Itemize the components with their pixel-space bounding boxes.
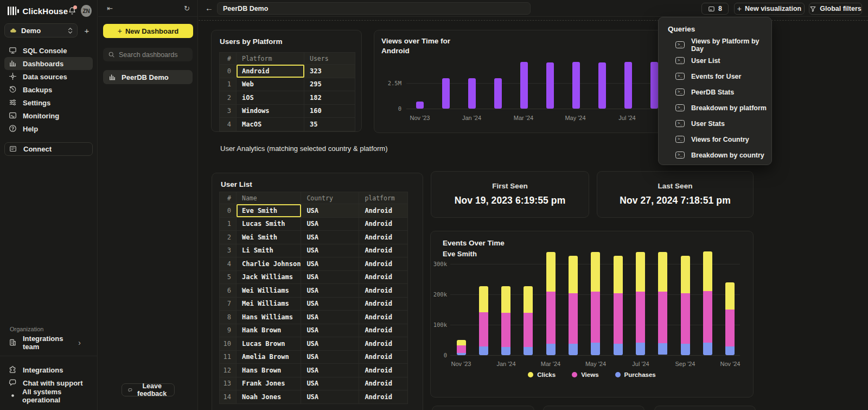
table-cell[interactable]: Jack Williams bbox=[237, 270, 301, 284]
bar-Jun24[interactable] bbox=[598, 62, 606, 109]
user-avatar[interactable]: ZN bbox=[81, 5, 92, 17]
table-row[interactable]: 3Li SmithUSAAndroid bbox=[220, 244, 408, 257]
table-cell[interactable]: Android bbox=[359, 377, 408, 390]
search-dashboards-input[interactable] bbox=[119, 51, 188, 59]
sidebar-item-data-sources[interactable]: Data sources bbox=[4, 70, 93, 83]
stacked-bar-Nov23[interactable] bbox=[457, 340, 466, 355]
leave-feedback-button[interactable]: Leave feedback bbox=[121, 383, 174, 396]
table-cell[interactable]: 1 bbox=[220, 78, 237, 91]
table-cell[interactable]: 323 bbox=[304, 65, 355, 78]
table-cell[interactable]: Android bbox=[359, 244, 408, 257]
table-cell[interactable]: USA bbox=[301, 377, 359, 390]
sidebar-item-integrations[interactable]: Integrations bbox=[4, 363, 93, 376]
table-cell[interactable]: MacOS bbox=[237, 118, 304, 131]
stacked-bar-Jul24[interactable] bbox=[636, 252, 645, 355]
query-item-views-for-country[interactable]: >_Views for Country bbox=[675, 131, 771, 147]
service-selector[interactable]: Demo bbox=[4, 23, 78, 37]
table-cell[interactable]: USA bbox=[301, 270, 359, 284]
table-cell[interactable]: Android bbox=[359, 257, 408, 271]
stacked-bar-Jun24[interactable] bbox=[614, 256, 623, 355]
table-row[interactable]: 14Noah JonesUSAAndroid bbox=[220, 390, 408, 404]
table-cell[interactable]: 0 bbox=[220, 204, 237, 218]
bar-Jan24[interactable] bbox=[468, 78, 476, 109]
table-cell[interactable]: 5 bbox=[220, 270, 237, 284]
table-cell[interactable]: Li Smith bbox=[237, 244, 301, 257]
table-cell[interactable]: USA bbox=[301, 244, 359, 257]
query-item-user-list[interactable]: >_User List bbox=[675, 53, 771, 68]
table-cell[interactable]: USA bbox=[301, 324, 359, 337]
query-item-user-stats[interactable]: >_User Stats bbox=[675, 116, 771, 131]
table-row[interactable]: 10Lucas BrownUSAAndroid bbox=[220, 337, 408, 351]
stacked-bar-Dec23[interactable] bbox=[479, 286, 488, 355]
table-cell[interactable]: Eve Smith bbox=[237, 204, 301, 218]
table-row[interactable]: 8Hans WilliamsUSAAndroid bbox=[220, 311, 408, 324]
table-cell[interactable]: 3 bbox=[220, 244, 237, 257]
table-cell[interactable]: Android bbox=[359, 270, 408, 284]
sidebar-item-settings[interactable]: Settings bbox=[4, 96, 93, 109]
table-row[interactable]: 2Wei SmithUSAAndroid bbox=[220, 231, 408, 244]
table-row[interactable]: 4MacOS35 bbox=[220, 118, 355, 131]
table-cell[interactable]: USA bbox=[301, 217, 359, 231]
legend-item-clicks[interactable]: Clicks bbox=[528, 371, 556, 378]
global-filters-button[interactable]: Global filters bbox=[809, 3, 862, 15]
table-cell[interactable]: 35 bbox=[304, 118, 355, 131]
table-row[interactable]: 5Jack WilliamsUSAAndroid bbox=[220, 270, 408, 284]
sidebar-item-integrations-team[interactable]: Integrations team › bbox=[4, 336, 93, 349]
table-cell[interactable]: Frank Jones bbox=[237, 377, 301, 390]
sidebar-item-dashboards[interactable]: Dashboards bbox=[4, 57, 93, 70]
table-cell[interactable]: USA bbox=[301, 297, 359, 311]
sidebar-item-help[interactable]: Help bbox=[4, 122, 93, 135]
table-cell[interactable]: Hans Williams bbox=[237, 311, 301, 324]
table-cell[interactable]: USA bbox=[301, 257, 359, 271]
sidebar-item-sql-console[interactable]: SQL Console bbox=[4, 44, 93, 57]
table-cell[interactable]: 4 bbox=[220, 118, 237, 131]
table-cell[interactable]: Amelia Brown bbox=[237, 350, 301, 364]
stacked-bar-Aug24[interactable] bbox=[658, 252, 667, 355]
connect-button[interactable]: Connect bbox=[4, 142, 93, 156]
table-cell[interactable]: Android bbox=[237, 65, 304, 78]
search-dashboards-box[interactable] bbox=[103, 48, 193, 61]
stacked-bar-May24[interactable] bbox=[591, 252, 600, 355]
new-visualization-button[interactable]: + New visualization bbox=[734, 3, 805, 15]
sidebar-item-monitoring[interactable]: Monitoring bbox=[4, 109, 93, 122]
dashboard-list-item[interactable]: PeerDB Demo bbox=[103, 70, 193, 84]
table-cell[interactable]: 10 bbox=[220, 337, 237, 351]
query-item-views-by-platform-by-day[interactable]: >_Views by Platform by Day bbox=[675, 37, 771, 53]
table-cell[interactable]: Mei Williams bbox=[237, 297, 301, 311]
table-cell[interactable]: USA bbox=[301, 364, 359, 377]
table-row[interactable]: 13Frank JonesUSAAndroid bbox=[220, 377, 408, 390]
table-cell[interactable]: USA bbox=[301, 284, 359, 298]
add-service-button[interactable]: + bbox=[81, 24, 93, 36]
table-cell[interactable]: Android bbox=[359, 390, 408, 404]
bar-May24[interactable] bbox=[572, 62, 580, 109]
bar-Nov23[interactable] bbox=[416, 102, 424, 109]
table-cell[interactable]: USA bbox=[301, 204, 359, 218]
table-cell[interactable]: 14 bbox=[220, 390, 237, 404]
dashboard-title-input[interactable]: PeerDB Demo bbox=[217, 2, 531, 15]
back-button[interactable]: ← bbox=[205, 3, 213, 12]
table-cell[interactable]: 12 bbox=[220, 364, 237, 377]
sidebar-item-backups[interactable]: Backups bbox=[4, 83, 93, 96]
table-cell[interactable]: 8 bbox=[220, 311, 237, 324]
new-dashboard-button[interactable]: + New Dashboard bbox=[103, 24, 193, 38]
table-cell[interactable]: Charlie Johnson bbox=[237, 257, 301, 271]
table-cell[interactable]: Android bbox=[359, 231, 408, 244]
table-cell[interactable]: 160 bbox=[304, 104, 355, 118]
user-list-table[interactable]: #NameCountryplatform0Eve SmithUSAAndroid… bbox=[219, 192, 408, 404]
query-item-events-for-user[interactable]: >_Events for User bbox=[675, 68, 771, 84]
table-cell[interactable]: 295 bbox=[304, 78, 355, 91]
table-row[interactable]: 6Wei WilliamsUSAAndroid bbox=[220, 284, 408, 298]
table-cell[interactable]: 7 bbox=[220, 297, 237, 311]
table-cell[interactable]: 6 bbox=[220, 284, 237, 298]
table-cell[interactable]: 4 bbox=[220, 257, 237, 271]
table-row[interactable]: 4Charlie JohnsonUSAAndroid bbox=[220, 257, 408, 271]
table-cell[interactable]: Android bbox=[359, 311, 408, 324]
table-cell[interactable]: Wei Smith bbox=[237, 231, 301, 244]
table-row[interactable]: 1Web295 bbox=[220, 78, 355, 91]
table-cell[interactable]: USA bbox=[301, 311, 359, 324]
table-row[interactable]: 7Mei WilliamsUSAAndroid bbox=[220, 297, 408, 311]
table-cell[interactable]: Android bbox=[359, 337, 408, 351]
table-cell[interactable]: 11 bbox=[220, 350, 237, 364]
table-cell[interactable]: Android bbox=[359, 324, 408, 337]
table-cell[interactable]: USA bbox=[301, 337, 359, 351]
